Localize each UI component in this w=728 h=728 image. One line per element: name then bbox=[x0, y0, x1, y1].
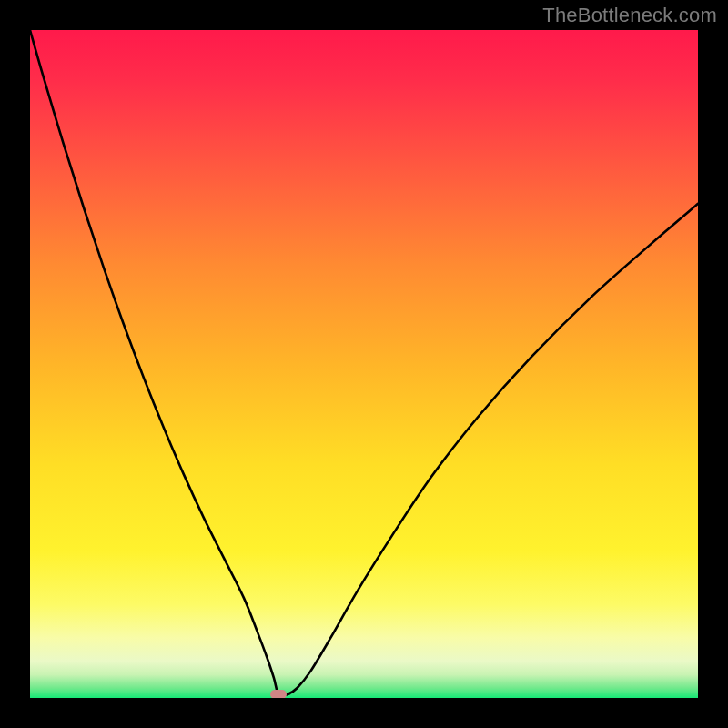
plot-area bbox=[30, 30, 698, 698]
bottleneck-curve bbox=[30, 30, 698, 698]
chart-frame: TheBottleneck.com bbox=[0, 0, 728, 728]
watermark-text: TheBottleneck.com bbox=[542, 4, 717, 27]
optimum-marker bbox=[270, 690, 287, 698]
